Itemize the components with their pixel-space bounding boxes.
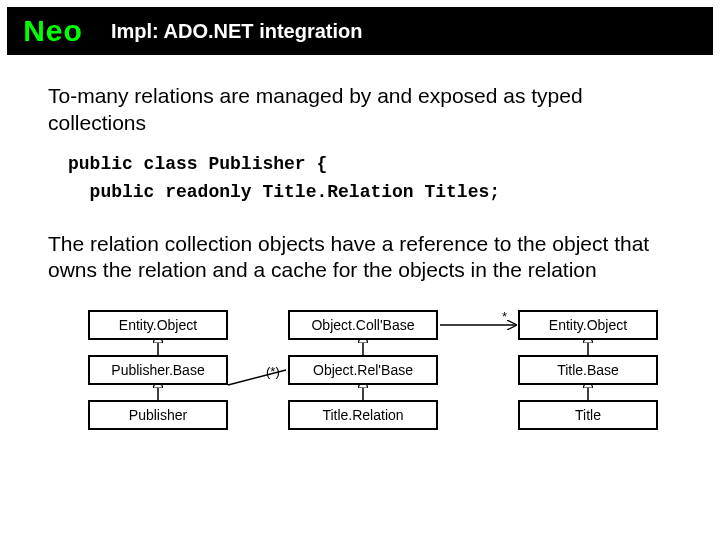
paragraph-1: To-many relations are managed by and exp… xyxy=(48,83,672,137)
multiplicity-label-left: (*) xyxy=(266,364,280,379)
slide-title: Impl: ADO.NET integration xyxy=(111,20,362,43)
box-object-coll-base: Object.Coll'Base xyxy=(288,310,438,340)
class-diagram: Entity.Object Publisher.Base Publisher O… xyxy=(48,310,672,450)
box-publisher: Publisher xyxy=(88,400,228,430)
title-bar: Neo Impl: ADO.NET integration xyxy=(7,7,713,55)
box-object-rel-base: Object.Rel'Base xyxy=(288,355,438,385)
logo: Neo xyxy=(7,14,99,48)
paragraph-2: The relation collection objects have a r… xyxy=(48,231,672,285)
box-title-base: Title.Base xyxy=(518,355,658,385)
box-entity-object-1: Entity.Object xyxy=(88,310,228,340)
box-entity-object-2: Entity.Object xyxy=(518,310,658,340)
box-title-relation: Title.Relation xyxy=(288,400,438,430)
code-block: public class Publisher { public readonly… xyxy=(68,151,672,207)
box-title: Title xyxy=(518,400,658,430)
multiplicity-label-right: * xyxy=(502,309,507,324)
box-publisher-base: Publisher.Base xyxy=(88,355,228,385)
slide-content: To-many relations are managed by and exp… xyxy=(0,55,720,450)
